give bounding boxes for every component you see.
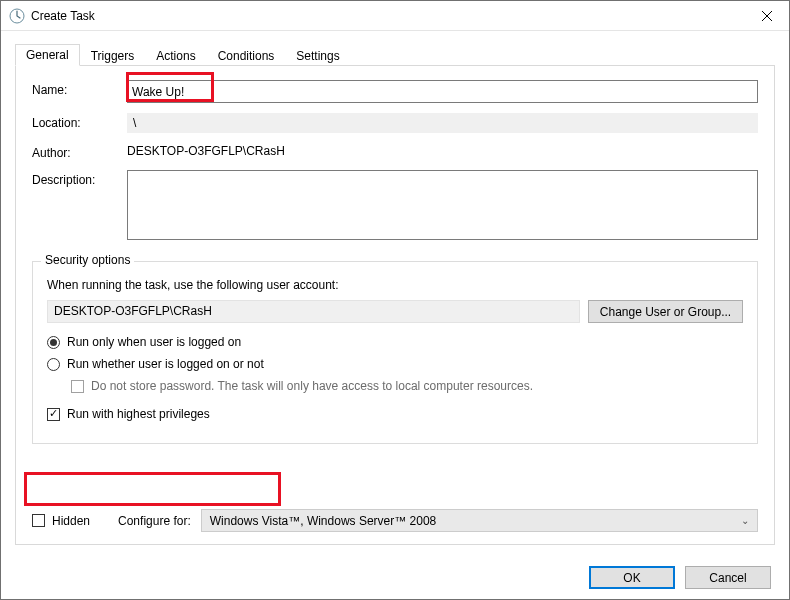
checkbox-icon	[71, 380, 84, 393]
tab-triggers[interactable]: Triggers	[80, 45, 146, 66]
configure-for-label: Configure for:	[118, 514, 191, 528]
security-legend: Security options	[41, 253, 134, 267]
radio-logged-on[interactable]: Run only when user is logged on	[47, 335, 743, 349]
hidden-check[interactable]: Hidden	[32, 514, 90, 528]
configure-for-dropdown[interactable]: Windows Vista™, Windows Server™ 2008 ⌄	[201, 509, 758, 532]
change-user-button[interactable]: Change User or Group...	[588, 300, 743, 323]
tab-strip: General Triggers Actions Conditions Sett…	[15, 43, 775, 65]
cancel-button[interactable]: Cancel	[685, 566, 771, 589]
close-button[interactable]	[744, 1, 789, 31]
radio-whether-logged[interactable]: Run whether user is logged on or not	[47, 357, 743, 371]
window-title: Create Task	[31, 9, 95, 23]
radio-icon	[47, 336, 60, 349]
task-scheduler-icon	[9, 8, 25, 24]
location-value: \	[127, 113, 758, 133]
security-prompt: When running the task, use the following…	[47, 278, 743, 292]
tab-general[interactable]: General	[15, 44, 80, 66]
tab-actions[interactable]: Actions	[145, 45, 206, 66]
author-value: DESKTOP-O3FGFLP\CRasH	[127, 143, 758, 158]
annotation-highlight-privileges	[24, 472, 281, 506]
security-account-value: DESKTOP-O3FGFLP\CRasH	[47, 300, 580, 323]
chevron-down-icon: ⌄	[741, 515, 749, 526]
close-icon	[762, 11, 772, 21]
tab-panel-general: Name: Location: \ Author: DESKTOP-O3FGFL…	[15, 65, 775, 545]
description-label: Description:	[32, 170, 127, 187]
name-label: Name:	[32, 80, 127, 97]
configure-for-value: Windows Vista™, Windows Server™ 2008	[210, 514, 437, 528]
dont-store-label: Do not store password. The task will onl…	[91, 379, 533, 393]
name-input[interactable]	[127, 80, 758, 103]
tab-conditions[interactable]: Conditions	[207, 45, 286, 66]
checkbox-icon	[32, 514, 45, 527]
ok-button[interactable]: OK	[589, 566, 675, 589]
highest-privileges-label: Run with highest privileges	[67, 407, 210, 421]
radio-logged-on-label: Run only when user is logged on	[67, 335, 241, 349]
title-bar: Create Task	[1, 1, 789, 31]
location-label: Location:	[32, 113, 127, 130]
description-input[interactable]	[127, 170, 758, 240]
hidden-label: Hidden	[52, 514, 90, 528]
dont-store-password: Do not store password. The task will onl…	[71, 379, 743, 393]
checkbox-icon	[47, 408, 60, 421]
radio-whether-logged-label: Run whether user is logged on or not	[67, 357, 264, 371]
tab-settings[interactable]: Settings	[285, 45, 350, 66]
author-label: Author:	[32, 143, 127, 160]
radio-icon	[47, 358, 60, 371]
security-options-group: Security options When running the task, …	[32, 261, 758, 444]
highest-privileges-check[interactable]: Run with highest privileges	[47, 407, 743, 421]
